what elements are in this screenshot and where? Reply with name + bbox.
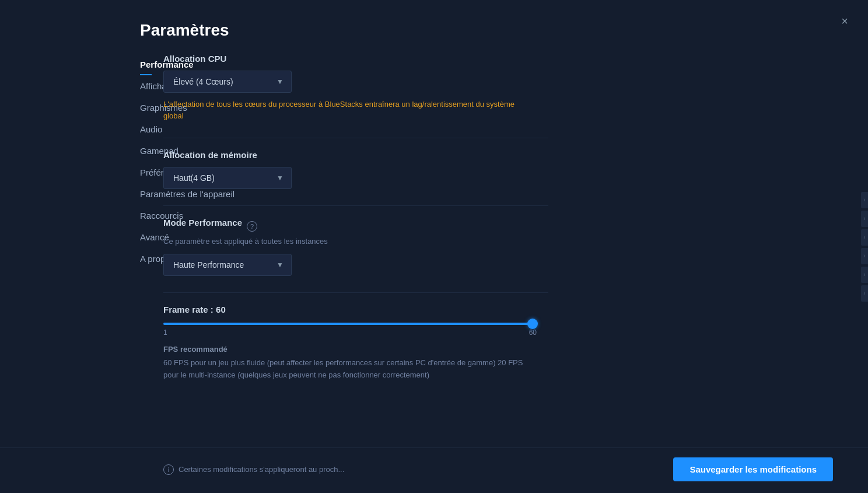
- right-tab-3[interactable]: ›: [861, 229, 868, 246]
- slider-min-label: 1: [163, 328, 167, 337]
- chevron-right-icon-6: ›: [863, 290, 865, 296]
- info-icon: i: [163, 464, 174, 475]
- chevron-right-icon-5: ›: [863, 271, 865, 278]
- memory-dropdown[interactable]: Haut(4 GB)Moyen(2 GB)Bas(1 GB): [163, 167, 292, 189]
- slider-thumb[interactable]: [527, 319, 538, 329]
- modal-title: Paramètres: [0, 0, 868, 54]
- framerate-section: Frame rate : 60 1 60 FPS recommandé 60 F…: [163, 305, 833, 382]
- right-tab-5[interactable]: ›: [861, 267, 868, 283]
- sidebar: PerformanceAffichageGraphismesAudioGamep…: [0, 54, 140, 447]
- slider-range-labels: 1 60: [163, 328, 537, 337]
- settings-modal: × Paramètres PerformanceAffichageGraphis…: [0, 0, 868, 493]
- mode-label-row: Mode Performance ?: [163, 218, 833, 235]
- footer: i Certaines modifications s'appliqueront…: [0, 447, 868, 493]
- divider-2: [163, 205, 548, 206]
- performance-mode-label: Mode Performance: [163, 218, 242, 228]
- divider-1: [163, 138, 548, 138]
- slider-track: [163, 323, 537, 325]
- footer-notice-text: Certaines modifications s'appliqueront a…: [178, 465, 344, 474]
- cpu-dropdown-wrapper: Élevé (4 Cœurs)Moyen (2 Cœurs)Bas (1 Cœu…: [163, 71, 292, 93]
- slider-max-label: 60: [529, 328, 537, 337]
- save-button[interactable]: Sauvegarder les modifications: [673, 457, 833, 481]
- help-icon[interactable]: ?: [247, 221, 257, 232]
- framerate-slider-container: [163, 323, 537, 325]
- framerate-label: Frame rate : 60: [163, 305, 833, 314]
- cpu-warning-text: L'affectation de tous les cœurs du proce…: [163, 99, 537, 121]
- right-tab-6[interactable]: ›: [861, 285, 868, 302]
- right-tab-4[interactable]: ›: [861, 248, 868, 264]
- performance-mode-dropdown[interactable]: Haute PerformanceÉconomie d'énergieStand…: [163, 254, 292, 276]
- close-button[interactable]: ×: [835, 12, 854, 30]
- memory-allocation-section: Allocation de mémoire Haut(4 GB)Moyen(2 …: [163, 150, 833, 189]
- performance-mode-dropdown-wrapper: Haute PerformanceÉconomie d'énergieStand…: [163, 254, 292, 276]
- cpu-dropdown[interactable]: Élevé (4 Cœurs)Moyen (2 Cœurs)Bas (1 Cœu…: [163, 71, 292, 93]
- chevron-right-icon-3: ›: [863, 234, 865, 240]
- chevron-right-icon: ›: [863, 197, 865, 203]
- fps-recommend-title: FPS recommandé: [163, 345, 833, 354]
- cpu-allocation-label: Allocation CPU: [163, 54, 833, 64]
- fps-recommend-text: 60 FPS pour un jeu plus fluide (peut aff…: [163, 357, 537, 382]
- right-tabs: › › › › › ›: [861, 192, 868, 302]
- chevron-right-icon-2: ›: [863, 215, 865, 222]
- modal-body: PerformanceAffichageGraphismesAudioGamep…: [0, 54, 868, 447]
- memory-allocation-label: Allocation de mémoire: [163, 150, 833, 160]
- right-tab-2[interactable]: ›: [861, 211, 868, 227]
- performance-mode-sublabel: Ce paramètre est appliqué à toutes les i…: [163, 237, 833, 246]
- divider-3: [163, 292, 548, 293]
- chevron-right-icon-4: ›: [863, 253, 865, 259]
- cpu-allocation-section: Allocation CPU Élevé (4 Cœurs)Moyen (2 C…: [163, 54, 833, 121]
- content-area: Allocation CPU Élevé (4 Cœurs)Moyen (2 C…: [140, 54, 868, 447]
- footer-notice: i Certaines modifications s'appliqueront…: [163, 464, 344, 475]
- performance-mode-section: Mode Performance ? Ce paramètre est appl…: [163, 218, 833, 276]
- memory-dropdown-wrapper: Haut(4 GB)Moyen(2 GB)Bas(1 GB) ▼: [163, 167, 292, 189]
- right-tab-1[interactable]: ›: [861, 192, 868, 208]
